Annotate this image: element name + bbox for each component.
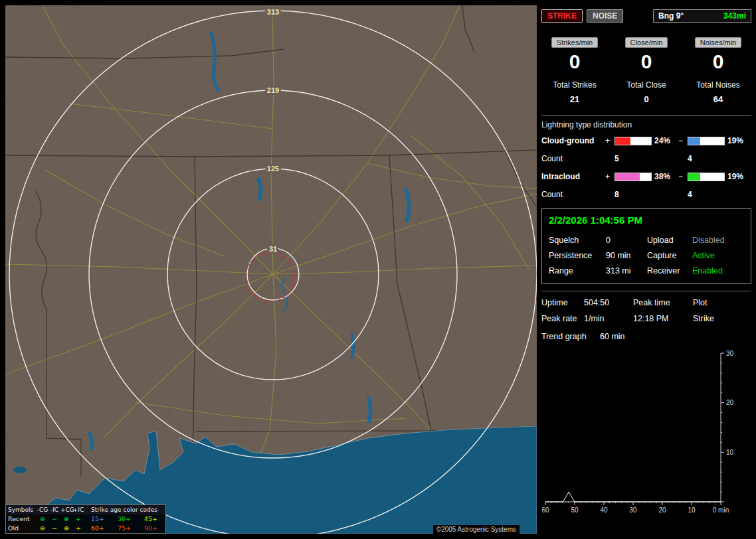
distribution-grid: Cloud-ground + 24% − 19% Count 5 4 Intra… <box>541 136 751 199</box>
datetime-display: 2/2/2026 1:04:56 PM <box>549 214 744 226</box>
bearing-range-display: Bng 9° 343mi <box>653 9 751 23</box>
plot-label: Plot <box>693 298 751 307</box>
squelch-label: Squelch <box>549 236 606 245</box>
app-window: 313 219 125 31 Symbols -CG -IC +CG +IC S… <box>0 0 756 539</box>
ring-label-inner: 31 <box>269 245 277 253</box>
legend-old-label: Old <box>6 524 37 533</box>
map-legend: Symbols -CG -IC +CG +IC Strike age color… <box>5 504 166 534</box>
receiver-label: Receiver <box>647 266 692 275</box>
mode-toolbar: STRIKE NOISE Bng 9° 343mi <box>541 9 751 23</box>
total-strikes-label: Total Strikes <box>541 80 608 90</box>
svg-text:0 min: 0 min <box>713 506 729 514</box>
cg-negative-pct: 19% <box>725 136 745 145</box>
neg-cg-icon: ⊖ <box>37 514 48 524</box>
persistence-label: Persistence <box>549 251 606 260</box>
cg-negative-count: 4 <box>688 154 725 163</box>
age-90: 90+ <box>138 524 164 533</box>
ic-negative-bar <box>688 173 725 181</box>
cg-positive-fill <box>615 137 630 145</box>
settings-grid: Squelch 0 Upload Disabled Persistence 90… <box>549 236 744 275</box>
peak-time-value: 12:18 PM <box>633 314 693 323</box>
svg-text:10: 10 <box>688 506 696 514</box>
rate-counters: Strikes/min 0 Total Strikes 21 Close/min… <box>541 37 751 104</box>
svg-text:30: 30 <box>726 350 734 357</box>
plus-sign: + <box>605 172 614 181</box>
ic-positive-count: 8 <box>614 190 652 199</box>
noise-mode-button[interactable]: NOISE <box>587 9 623 23</box>
legend-symbols-header: Symbols <box>6 505 37 514</box>
sidebar: STRIKE NOISE Bng 9° 343mi Strikes/min 0 … <box>541 5 751 534</box>
neg-ic-icon: − <box>48 514 60 524</box>
total-strikes-value: 21 <box>541 94 608 104</box>
svg-text:60: 60 <box>541 506 549 514</box>
strikes-counter: Strikes/min 0 Total Strikes 21 <box>541 37 608 104</box>
range-label: Range <box>549 266 606 275</box>
cg-negative-fill <box>688 137 700 145</box>
lightning-distribution-section: Lightning type distribution Cloud-ground… <box>541 115 751 199</box>
strikes-per-min-value: 0 <box>541 51 608 72</box>
stats-grid: Uptime 504:50 Peak time Plot Peak rate 1… <box>541 298 751 323</box>
age-15: 15+ <box>84 514 111 524</box>
svg-text:20: 20 <box>658 506 666 514</box>
minus-sign: − <box>678 172 688 181</box>
map-view[interactable]: 313 219 125 31 <box>5 5 537 534</box>
svg-text:50: 50 <box>571 506 579 514</box>
copyright-text: ©2005 Astrogenic Systems <box>433 525 520 534</box>
stats-panel: Uptime 504:50 Peak time Plot Peak rate 1… <box>541 291 751 519</box>
total-noises-label: Total Noises <box>685 80 751 90</box>
pos-ic-icon: + <box>72 514 84 524</box>
noises-per-min-button[interactable]: Noises/min <box>695 37 741 48</box>
age-30: 30+ <box>111 514 138 524</box>
range-value: 313 mi <box>606 266 647 275</box>
age-45: 45+ <box>138 514 164 524</box>
peak-rate-label: Peak rate <box>541 314 584 323</box>
cloud-ground-label: Cloud-ground <box>541 136 605 145</box>
strike-mode-button[interactable]: STRIKE <box>541 9 583 23</box>
ic-negative-pct: 19% <box>725 172 745 181</box>
ring-label-219: 219 <box>267 86 279 94</box>
legend-row-recent: Recent ⊖ − ⊕ + 15+ 30+ 45+ <box>6 514 165 524</box>
svg-text:40: 40 <box>600 506 608 514</box>
svg-text:30: 30 <box>629 506 637 514</box>
trend-graph: 6050403020100 min102030 <box>541 345 749 519</box>
intracloud-label: Intracloud <box>541 172 605 181</box>
close-per-min-value: 0 <box>613 51 680 72</box>
age-75: 75+ <box>111 524 138 533</box>
pos-cg-icon: ⊕ <box>60 524 72 533</box>
noises-per-min-value: 0 <box>685 51 751 72</box>
neg-cg-icon: ⊖ <box>37 524 48 533</box>
ic-negative-fill <box>688 173 700 181</box>
uptime-value: 504:50 <box>584 298 633 307</box>
legend-col-neg-cg: -CG <box>37 505 48 514</box>
trend-graph-row: Trend graph 60 min <box>541 332 751 341</box>
receiver-status: Enabled <box>692 266 744 275</box>
upload-status: Disabled <box>692 236 744 245</box>
ic-negative-count: 4 <box>688 190 725 199</box>
capture-label: Capture <box>647 251 692 260</box>
legend-col-pos-cg: +CG <box>60 505 72 514</box>
neg-ic-icon: − <box>48 524 60 533</box>
total-close-value: 0 <box>613 94 680 104</box>
ic-positive-pct: 38% <box>652 172 678 181</box>
uptime-label: Uptime <box>541 298 584 307</box>
distribution-title: Lightning type distribution <box>541 120 751 129</box>
svg-text:20: 20 <box>726 399 734 406</box>
map-panel: 313 219 125 31 Symbols -CG -IC +CG +IC S… <box>5 5 537 534</box>
peak-rate-value: 1/min <box>584 314 633 323</box>
legend-header-row: Symbols -CG -IC +CG +IC Strike age color… <box>6 505 165 514</box>
plot-value: Strike <box>693 314 751 323</box>
cg-positive-count: 5 <box>614 154 652 163</box>
total-noises-value: 64 <box>685 94 751 104</box>
ic-positive-bar <box>614 173 652 181</box>
peak-time-label: Peak time <box>633 298 693 307</box>
strikes-per-min-button[interactable]: Strikes/min <box>551 37 598 48</box>
capture-status: Active <box>692 251 744 260</box>
pos-ic-icon: + <box>72 524 84 533</box>
trend-graph-window: 60 min <box>600 332 751 341</box>
cg-negative-bar <box>688 137 725 145</box>
bearing-range-value: 343mi <box>723 11 746 21</box>
close-per-min-button[interactable]: Close/min <box>625 37 668 48</box>
plus-sign: + <box>605 136 614 145</box>
ring-label-outer: 313 <box>267 8 279 16</box>
bearing-label: Bng 9° <box>658 11 684 21</box>
